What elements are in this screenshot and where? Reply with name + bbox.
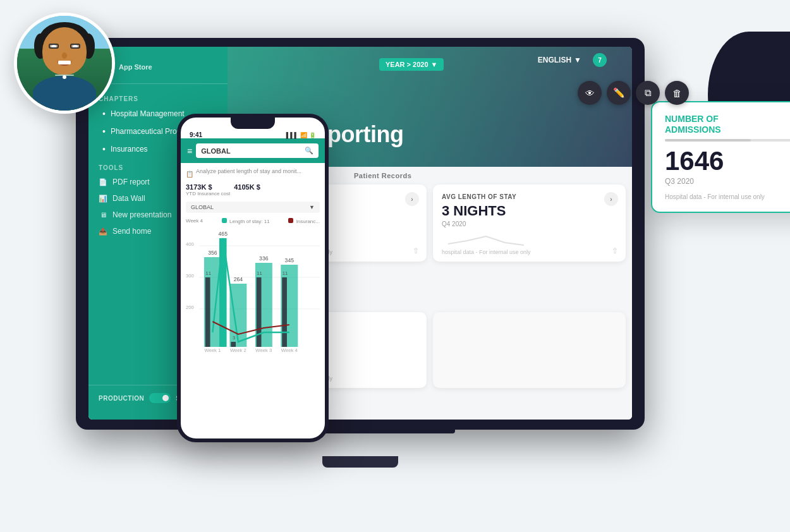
legend-dot-red <box>288 218 293 223</box>
sidebar-item-insurances-label: Insurances <box>111 145 148 154</box>
svg-rect-22 <box>282 277 287 347</box>
sendhome-icon: 📤 <box>99 227 107 236</box>
mobile-filter-label: GLOBAL <box>191 204 214 210</box>
sidebar-tool-datawall-label: Data Wall <box>112 194 145 203</box>
mobile-kpi-insurance-label: YTD Insurance cost <box>186 191 230 196</box>
mobile-legend-1: Length of stay: 11 <box>222 218 270 224</box>
delete-button[interactable]: 🗑 <box>665 81 689 105</box>
mobile-notch <box>231 118 275 129</box>
mobile-kpi-2: 4105K $ <box>234 183 260 196</box>
svg-text:Week 1: Week 1 <box>204 348 221 353</box>
sidebar-tool-presentation-label: New presentation <box>112 210 171 219</box>
kpi-avg-stay-footer: hospital data - For internal use only <box>442 249 531 255</box>
mobile-chart: 400 300 200 356 11 264 3 <box>186 227 320 353</box>
mobile-week-row: Week 4 Length of stay: 11 Insuranc... <box>186 218 320 224</box>
svg-text:11: 11 <box>257 270 262 276</box>
mobile-time: 9:41 <box>190 131 202 138</box>
avg-card-2 <box>433 312 626 388</box>
mobile-search-text: GLOBAL <box>201 147 230 155</box>
svg-rect-18 <box>257 277 262 347</box>
svg-text:336: 336 <box>259 255 269 262</box>
datawall-icon: 📊 <box>99 194 107 203</box>
sidebar-tool-pdf-label: PDF report <box>112 178 150 186</box>
mobile-kpi-insurance: 3173K $ YTD Insurance cost <box>186 183 230 196</box>
svg-text:264: 264 <box>234 276 243 282</box>
wifi-icon: 📶 <box>300 132 307 138</box>
avatar-bg <box>17 16 112 111</box>
chevron-down-icon: ▼ <box>431 61 438 68</box>
battery-icon: 🔋 <box>309 132 316 138</box>
edit-button[interactable]: ✏️ <box>607 81 631 105</box>
kpi-trend-chart <box>442 231 537 250</box>
mobile-header: ≡ GLOBAL 🔍 <box>181 138 325 163</box>
english-selector[interactable]: ENGLISH ▼ <box>538 56 581 64</box>
laptop-body: App Store Chapters Hospital Management P… <box>76 38 645 430</box>
svg-text:11: 11 <box>205 270 211 276</box>
presentation-icon: 🖥 <box>99 210 107 219</box>
floating-card-period: Q3 2020 <box>665 177 790 186</box>
floating-admissions-card: › NUMBER OFADMISSIONS 1646 Q3 2020 Hospi… <box>651 101 790 213</box>
icon-toolbar: 👁 ✏️ ⧉ 🗑 <box>578 81 689 105</box>
mobile-week-label: Week 4 <box>186 218 203 224</box>
kpi-avg-stay-label: AVG LENGTH OF STAY <box>442 193 617 200</box>
slider-fill <box>665 139 751 142</box>
svg-rect-8 <box>205 277 210 347</box>
mobile-content: 📋 Analyze patient length of stay and mon… <box>181 163 325 361</box>
svg-text:Week 4: Week 4 <box>281 348 298 353</box>
sidebar-tool-sendhome-label: Send home <box>112 227 151 236</box>
kpi-avg-stay-value: 3 NIGHTS <box>442 203 506 219</box>
svg-text:Week 2: Week 2 <box>230 348 246 353</box>
env-production-label: PRODUCTION <box>99 395 144 402</box>
avatar <box>14 13 115 114</box>
laptop-screen: App Store Chapters Hospital Management P… <box>88 47 632 420</box>
kpi-avg-stay-sub: Q4 2020 <box>442 221 617 227</box>
view-button[interactable]: 👁 <box>578 81 602 105</box>
pdf-icon: 📄 <box>99 178 107 186</box>
mobile-search-icon: 🔍 <box>305 147 313 155</box>
mobile-search-bar[interactable]: GLOBAL 🔍 <box>196 143 319 158</box>
kpi-card-avg-stay: AVG LENGTH OF STAY 3 NIGHTS Q4 2020 › ho… <box>433 184 626 262</box>
chevron-down-icon-english: ▼ <box>574 56 581 64</box>
chat-badge[interactable]: 7 <box>593 53 607 67</box>
kpi-avg-stay-arrow[interactable]: › <box>604 192 618 206</box>
svg-rect-12 <box>231 342 236 347</box>
sidebar-item-hospital-management-label: Hospital Management <box>111 109 185 118</box>
copy-button[interactable]: ⧉ <box>636 81 660 105</box>
signal-icon: ▌▌▌ <box>286 132 298 138</box>
mobile-status-icons: ▌▌▌ 📶 🔋 <box>286 132 316 138</box>
patient-records-label: Patient Records <box>354 172 411 179</box>
svg-text:400: 400 <box>186 241 194 247</box>
hamburger-icon[interactable]: ≡ <box>187 146 192 156</box>
svg-text:3: 3 <box>233 335 236 341</box>
floating-card-slider <box>665 139 790 142</box>
svg-text:300: 300 <box>186 273 194 279</box>
svg-text:465: 465 <box>219 231 228 237</box>
floating-card-footer: Hospital data - For internal use only <box>665 193 790 200</box>
svg-text:345: 345 <box>285 257 295 263</box>
legend-dot-teal <box>222 218 227 223</box>
mobile-query: Analyze patient length of stay and monit… <box>196 168 301 174</box>
svg-text:200: 200 <box>186 305 194 310</box>
sidebar-app-store-label: App Store <box>119 63 152 71</box>
mobile-kpis: 3173K $ YTD Insurance cost 4105K $ <box>186 183 320 196</box>
query-icon: 📋 <box>186 171 193 178</box>
laptop-stand <box>322 456 398 468</box>
floating-card-value: 1646 <box>665 148 790 174</box>
year-badge[interactable]: YEAR > 2020 ▼ <box>379 58 444 71</box>
mobile-body: 9:41 ▌▌▌ 📶 🔋 ≡ GLOBAL 🔍 📋 Analyze patien… <box>177 114 329 442</box>
kpi-avg-stay-share[interactable]: ⇧ <box>612 246 618 255</box>
laptop: App Store Chapters Hospital Management P… <box>76 38 645 468</box>
avatar-face <box>42 27 87 75</box>
mobile-filter-chevron: ▼ <box>309 204 315 210</box>
mobile-legend-2: Insuranc... <box>288 218 320 224</box>
svg-text:356: 356 <box>208 250 217 256</box>
mobile-kpi-insurance-val: 3173K $ <box>186 183 230 191</box>
kpi-total-share[interactable]: ⇧ <box>413 246 419 255</box>
mobile-filter-row[interactable]: GLOBAL ▼ <box>186 202 320 213</box>
env-toggle-switch[interactable] <box>149 393 171 403</box>
mobile-kpi-2-val: 4105K $ <box>234 183 260 191</box>
mobile-phone: 9:41 ▌▌▌ 📶 🔋 ≡ GLOBAL 🔍 📋 Analyze patien… <box>177 114 329 442</box>
floating-card-label: NUMBER OFADMISSIONS <box>665 114 790 135</box>
svg-text:11: 11 <box>283 270 288 276</box>
kpi-total-arrow[interactable]: › <box>405 192 419 206</box>
